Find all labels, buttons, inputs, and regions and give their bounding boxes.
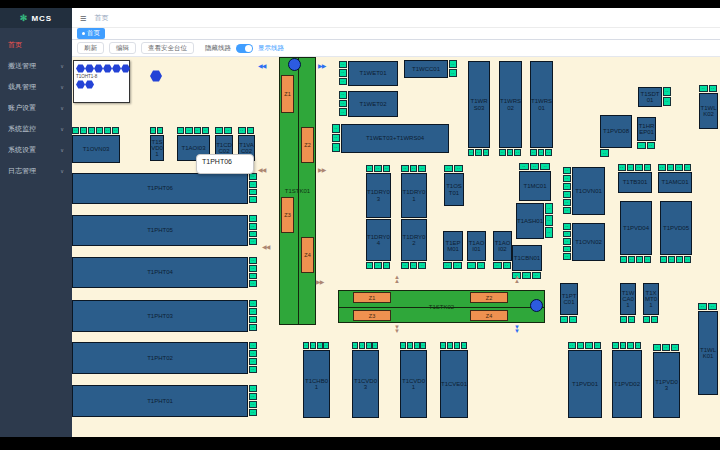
equipment-T1WRS02[interactable]: T1WRS02 — [499, 61, 522, 148]
equipment-T1OVN01[interactable]: T1OVN01 — [572, 167, 605, 215]
equipment-T1WRS03[interactable]: T1WRS03 — [468, 61, 490, 148]
load-port — [620, 256, 627, 263]
load-port — [317, 342, 323, 349]
load-port — [699, 85, 708, 92]
equipment-T1PTC01[interactable]: T1PTC01 — [560, 283, 578, 315]
equipment-T1PVD04[interactable]: T1PVD04 — [620, 201, 652, 255]
equipment-T1CHB01[interactable]: T1CHB01 — [303, 350, 330, 418]
equipment-T1OVN03[interactable]: T1OVN03 — [72, 135, 120, 163]
load-port — [560, 316, 568, 323]
track-label: T1STK02 — [429, 304, 454, 310]
load-port — [684, 256, 691, 263]
oht-vehicle-1[interactable] — [530, 299, 543, 312]
equipment-T1DRY03[interactable]: T1DRY03 — [366, 173, 391, 218]
equipment-T1SDT01[interactable]: T1SDT01 — [638, 87, 662, 107]
equipment-T1PVD02[interactable]: T1PVD02 — [612, 350, 642, 418]
equipment-T1PVD03[interactable]: T1PVD03 — [653, 352, 680, 418]
navbar-right: ≡ 首页 — [72, 8, 720, 28]
load-port — [104, 127, 111, 134]
equipment-T1WRS01[interactable]: T1WRS01 — [530, 61, 553, 148]
hamburger-menu-icon[interactable]: ≡ — [80, 12, 86, 24]
equipment-T1MC01[interactable]: T1MC01 — [519, 171, 551, 201]
equipment-T1OST01[interactable]: T1OST01 — [444, 173, 464, 206]
sidebar-item-3[interactable]: 系统监控∨ — [0, 118, 72, 139]
equipment-T1PHT03[interactable]: T1PHT03 — [72, 300, 248, 332]
load-port — [635, 164, 643, 171]
equipment-T1PVD01[interactable]: T1PVD01 — [568, 350, 602, 418]
load-port — [449, 60, 457, 68]
equipment-T1WET02[interactable]: T1WET02 — [348, 91, 398, 117]
equipment-T1PHT04[interactable]: T1PHT04 — [72, 257, 248, 288]
equipment-T1WLK02[interactable]: T1WLK02 — [699, 93, 718, 129]
equipment-T1TB301[interactable]: T1TB301 — [618, 172, 652, 193]
route-visibility-toggle[interactable] — [236, 44, 253, 53]
toolbar-button-0[interactable]: 刷新 — [77, 42, 104, 55]
load-port — [339, 108, 347, 116]
load-port — [339, 78, 347, 85]
load-port — [249, 409, 257, 416]
sidebar-item-label: 系统设置 — [8, 145, 36, 155]
toolbar-button-2[interactable]: 查看安全台位 — [141, 42, 194, 55]
load-port — [332, 134, 340, 143]
equipment-T1CVE01[interactable]: T1CVE01 — [440, 350, 468, 418]
equipment-T1WCC01[interactable]: T1WCC01 — [404, 60, 448, 78]
idle-vehicle-0[interactable] — [150, 70, 162, 82]
equipment-T1CVD03[interactable]: T1CVD03 — [352, 350, 379, 418]
equipment-T1PHT02[interactable]: T1PHT02 — [72, 342, 248, 374]
equipment-T1AOI01[interactable]: T1AOI01 — [467, 231, 486, 261]
sidebar-item-4[interactable]: 系统设置∨ — [0, 139, 72, 160]
load-port — [636, 256, 643, 263]
toolbar-button-1[interactable]: 编辑 — [109, 42, 136, 55]
load-port — [249, 238, 257, 245]
sidebar-item-home[interactable]: 首页 — [0, 34, 72, 55]
equipment-T1PHT01[interactable]: T1PHT01 — [72, 385, 248, 417]
equipment-T1PVD05[interactable]: T1PVD05 — [660, 201, 692, 255]
sidebar-item-5[interactable]: 日志管理∨ — [0, 160, 72, 181]
equipment-T1CBN01[interactable]: T1CBN01 — [512, 245, 542, 271]
equipment-T1CVD01[interactable]: T1CVD01 — [400, 350, 427, 418]
equipment-T1AOI02[interactable]: T1AOI02 — [493, 231, 512, 261]
sidebar-item-1[interactable]: 载具管理∨ — [0, 76, 72, 97]
equipment-T1PVD08[interactable]: T1PVD08 — [600, 115, 632, 148]
equipment-T1SVD01[interactable]: T1SVD01 — [150, 135, 164, 161]
load-port — [676, 256, 683, 263]
equipment-T1WET03+T1WRS04[interactable]: T1WET03+T1WRS04 — [341, 124, 449, 153]
load-port — [635, 342, 642, 349]
load-port — [563, 253, 571, 260]
load-port — [177, 127, 184, 134]
equipment-T1OVN02[interactable]: T1OVN02 — [572, 223, 605, 261]
oht-vehicle-0[interactable] — [288, 58, 301, 71]
load-port — [249, 257, 257, 264]
load-port — [366, 262, 373, 269]
equipment-T1WCA01[interactable]: T1WCA01 — [620, 283, 636, 315]
sidebar-item-2[interactable]: 账户设置∨ — [0, 97, 72, 118]
load-port — [684, 164, 692, 171]
equipment-T1PHT05[interactable]: T1PHT05 — [72, 215, 248, 246]
load-port — [112, 127, 119, 134]
track-zone-Z4-3: Z4 — [301, 237, 314, 273]
load-port — [519, 163, 529, 170]
load-port — [249, 189, 257, 196]
direction-arrow-left: ◀◀ — [262, 244, 269, 250]
equipment-T1DRY02[interactable]: T1DRY02 — [401, 219, 427, 261]
equipment-T1DRY01[interactable]: T1DRY01 — [401, 173, 427, 218]
equipment-T1HREP01[interactable]: T1HREP01 — [637, 117, 656, 141]
sidebar-item-0[interactable]: 搬送管理∨ — [0, 55, 72, 76]
equipment-T1WLK01[interactable]: T1WLK01 — [698, 311, 718, 395]
equipment-T1EPM01[interactable]: T1EPM01 — [443, 231, 463, 261]
equipment-T1ASH01[interactable]: T1ASH01 — [516, 203, 544, 239]
tab-home[interactable]: 首页 — [77, 28, 105, 39]
load-port — [185, 127, 192, 134]
load-port — [522, 272, 531, 279]
load-port — [374, 262, 381, 269]
direction-arrow-left: ◀◀ — [258, 63, 265, 69]
equipment-T1DRY04[interactable]: T1DRY04 — [366, 219, 391, 261]
load-port — [359, 342, 365, 349]
load-port — [249, 350, 257, 357]
load-port — [383, 262, 390, 269]
equipment-T1AMC01[interactable]: T1AMC01 — [658, 172, 692, 193]
equipment-T1PHT06[interactable]: T1PHT06 — [72, 173, 248, 204]
equipment-T1WET01[interactable]: T1WET01 — [348, 61, 398, 86]
load-port — [440, 342, 446, 349]
equipment-T1XMT01[interactable]: T1XMT01 — [643, 283, 659, 315]
